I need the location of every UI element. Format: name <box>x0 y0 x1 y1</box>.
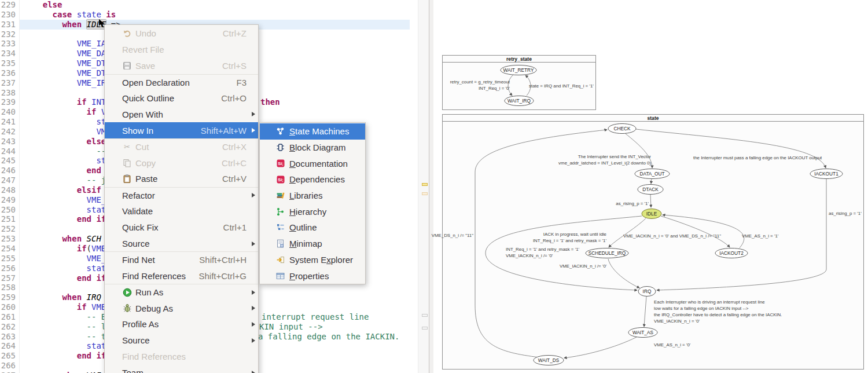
menu-item-show-in[interactable]: Show InShift+Alt+W <box>105 122 258 138</box>
state-node-check[interactable]: CHECK <box>608 124 636 134</box>
menu-item-label: Block Diagram <box>289 142 346 152</box>
menu-item-find-references[interactable]: Find References <box>105 349 258 365</box>
block-diagram-icon <box>276 143 285 152</box>
submenu-arrow-icon <box>249 128 255 133</box>
menu-item-copy[interactable]: CopyCtrl+C <box>105 155 258 171</box>
menu-item-label: Minimap <box>289 239 322 248</box>
code-line-230: case state is <box>23 10 116 20</box>
overview-marker-pale[interactable] <box>422 192 428 195</box>
menu-item-quick-outline[interactable]: Quick OutlineCtrl+O <box>105 90 258 107</box>
menu-item-block-diagram[interactable]: Block Diagram <box>260 140 365 156</box>
menu-item-system-explorer[interactable]: System Explorer <box>260 252 365 268</box>
menu-item-revert-file[interactable]: Revert File <box>105 42 258 58</box>
state-node-iackout2[interactable]: IACKOUT2 <box>715 248 748 258</box>
code-token: SCH <box>87 234 101 243</box>
state-node-wait_ds[interactable]: WAIT_DS <box>534 356 564 365</box>
transition-label: VME_IACKIN_n_i /= '0' <box>560 264 607 269</box>
code-line-262: -- l <box>23 322 106 332</box>
menu-item-source[interactable]: Source <box>105 236 258 252</box>
menu-item-label: Source <box>122 239 150 248</box>
line-number: 241 <box>0 117 16 127</box>
menu-item-find-net[interactable]: Find NetShift+Ctrl+H <box>105 251 258 268</box>
line-number-gutter[interactable]: 2292302312322332342352362372382392402412… <box>0 0 20 373</box>
menu-item-source[interactable]: Source <box>105 332 258 349</box>
menu-item-open-with[interactable]: Open With <box>105 106 258 122</box>
overview-marker-gray[interactable] <box>422 327 428 330</box>
menu-item-libraries[interactable]: Libraries <box>260 188 365 204</box>
menu-item-label: Revert File <box>122 45 164 54</box>
menu-item-documentation[interactable]: Si;Documentation <box>260 155 365 171</box>
menu-item-label: Profile As <box>122 319 159 329</box>
code-token: end if <box>77 273 106 283</box>
state-node-wait_retry[interactable]: WAIT_RETRY <box>501 65 536 75</box>
state-node-dtack[interactable]: DTACK <box>638 185 663 195</box>
line-number: 252 <box>0 224 16 234</box>
menu-item-paste[interactable]: PasteCtrl+V <box>105 171 258 187</box>
menu-item-shortcut: Ctrl+C <box>212 158 247 168</box>
menu-item-shortcut: Shift+Ctrl+G <box>189 271 247 281</box>
menu-item-run-as[interactable]: Run As <box>105 284 258 300</box>
hierarchy-icon <box>276 207 285 216</box>
menu-item-refactor[interactable]: Refactor <box>105 187 258 203</box>
menu-item-validate[interactable]: Validate <box>105 203 258 220</box>
state-node-irq[interactable]: IRQ <box>638 287 656 297</box>
menu-item-label: Run As <box>135 287 163 297</box>
line-number: 249 <box>0 195 16 205</box>
menu-item-shortcut: Shift+Ctrl+H <box>190 255 247 265</box>
transition-label: as_rising_p = '1' <box>616 201 649 206</box>
line-number: 238 <box>0 88 16 98</box>
code-line-229: else <box>23 0 62 10</box>
menu-item-shortcut: Shift+Alt+W <box>192 126 247 136</box>
overview-marker-yellow[interactable] <box>422 183 428 186</box>
code-line-236: VME_DT <box>23 68 106 78</box>
line-number: 267 <box>0 371 16 373</box>
menu-item-cut[interactable]: ✂CutCtrl+X <box>105 138 258 155</box>
state-node-idle[interactable]: IDLE <box>642 209 661 219</box>
code-token: stat <box>87 205 106 214</box>
transition-label: VME_AS_n_i = '1' <box>742 233 779 239</box>
code-line-237: VME_IR <box>23 78 106 88</box>
undo-icon <box>122 29 132 38</box>
menu-item-quick-fix[interactable]: Quick FixCtrl+1 <box>105 220 258 236</box>
state-node-wait_irq[interactable]: WAIT_IRQ <box>505 96 534 106</box>
menu-item-debug-as[interactable]: Debug As <box>105 300 258 316</box>
menu-item-shortcut: Ctrl+X <box>213 142 247 152</box>
state-node-iackout1[interactable]: IACKOUT1 <box>810 169 843 179</box>
menu-item-dependencies[interactable]: Si;Dependencies <box>260 171 365 188</box>
menu-item-save[interactable]: SaveCtrl+S <box>105 58 258 74</box>
menu-item-minimap[interactable]: Minimap <box>260 236 365 252</box>
minimap-icon <box>276 239 285 248</box>
state-node-label: CHECK <box>613 126 631 131</box>
state-node-data_out[interactable]: DATA_OUT <box>635 169 670 179</box>
menu-item-profile-as[interactable]: Profile As <box>105 316 258 332</box>
menu-item-label: Copy <box>135 158 156 168</box>
line-number: 253 <box>0 234 16 244</box>
state-node-wait_as[interactable]: WAIT_AS <box>628 328 657 338</box>
state-node-label: IDLE <box>646 211 657 217</box>
overview-ruler[interactable] <box>418 0 429 373</box>
menu-item-hierarchy[interactable]: Hierarchy <box>260 203 365 220</box>
menu-item-label: Team <box>122 368 144 373</box>
menu-item-properties[interactable]: Properties <box>260 268 365 284</box>
submenu-arrow-icon <box>249 290 255 295</box>
transition-label: IACK in progress, wait until idle <box>543 232 607 237</box>
menu-item-state-machines[interactable]: State Machines <box>260 123 365 140</box>
line-number: 248 <box>0 185 16 195</box>
menu-item-label: Save <box>135 61 155 71</box>
overview-marker-gray[interactable] <box>422 314 428 317</box>
code-line-241: st <box>23 117 106 127</box>
menu-item-label: Undo <box>135 28 156 38</box>
code-token <box>87 302 91 312</box>
menu-item-label: Properties <box>289 271 329 281</box>
menu-item-team[interactable]: Team <box>105 365 258 373</box>
menu-item-open-declaration[interactable]: Open DeclarationF3 <box>105 74 258 90</box>
code-token: elsif <box>77 185 101 195</box>
menu-item-undo[interactable]: UndoCtrl+Z <box>105 25 258 42</box>
code-line-240: if V <box>23 107 106 117</box>
state-node-schedule_irq[interactable]: SCHEDULE_IRQ <box>586 248 628 258</box>
menu-item-label: State Machines <box>289 126 349 136</box>
state-node-label: DTACK <box>642 186 659 192</box>
menu-item-find-references[interactable]: Find ReferencesShift+Ctrl+G <box>105 268 258 284</box>
menu-item-outline[interactable]: Outline <box>260 220 365 236</box>
code-token <box>82 20 86 29</box>
